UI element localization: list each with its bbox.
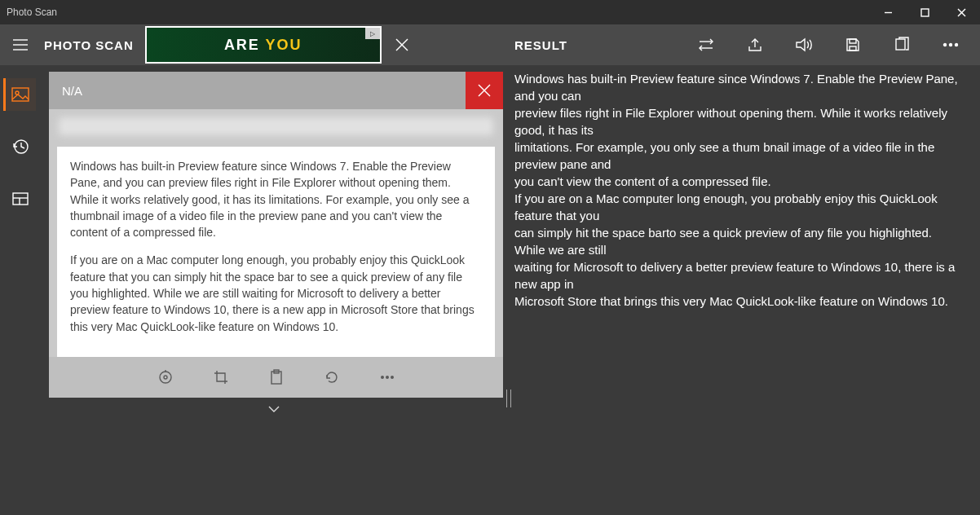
chevron-down-icon[interactable] — [267, 403, 280, 416]
history-icon[interactable] — [4, 130, 37, 163]
ad-close-button[interactable] — [386, 29, 417, 60]
preview-body: Windows has built-in Preview feature sin… — [49, 109, 503, 357]
window-minimize-button[interactable] — [870, 0, 907, 24]
action-toolbar — [693, 24, 973, 65]
svg-point-16 — [950, 44, 952, 46]
ad-indicator-icon: ▷ — [365, 28, 380, 39]
svg-rect-14 — [896, 39, 905, 50]
svg-point-31 — [381, 376, 383, 379]
more-icon[interactable] — [374, 364, 400, 390]
copy-icon[interactable] — [889, 32, 915, 58]
svg-rect-13 — [850, 46, 856, 51]
svg-point-17 — [956, 44, 958, 46]
svg-point-26 — [160, 372, 171, 383]
window-close-button[interactable] — [943, 0, 980, 24]
svg-rect-21 — [13, 193, 28, 205]
svg-rect-12 — [850, 39, 856, 43]
speaker-icon[interactable] — [791, 32, 817, 58]
more-icon[interactable] — [938, 32, 964, 58]
rotate-icon[interactable] — [319, 364, 345, 390]
result-text[interactable]: Windows has built-in Preview feature sin… — [514, 70, 973, 508]
app-title: PHOTO SCAN — [44, 38, 134, 52]
svg-point-27 — [164, 376, 167, 379]
svg-rect-18 — [12, 88, 29, 101]
svg-rect-1 — [921, 9, 929, 16]
window-titlebar: Photo Scan — [0, 0, 980, 24]
left-nav — [0, 65, 41, 215]
preview-header: N/A — [49, 72, 503, 109]
svg-point-19 — [15, 91, 19, 95]
share-icon[interactable] — [742, 32, 768, 58]
preview-close-button[interactable] — [466, 72, 503, 109]
document-paragraph: If you are on a Mac computer long enough… — [70, 252, 482, 334]
preview-toolbar — [49, 357, 503, 398]
svg-marker-11 — [797, 39, 805, 51]
crop-icon[interactable] — [208, 364, 234, 390]
layout-icon[interactable] — [4, 183, 37, 215]
image-icon[interactable] — [3, 78, 36, 111]
blurred-content — [59, 117, 493, 135]
result-heading: RESULT — [514, 24, 567, 65]
svg-point-15 — [944, 44, 947, 46]
window-title: Photo Scan — [7, 7, 57, 18]
svg-point-33 — [391, 376, 393, 379]
preview-title: N/A — [62, 84, 82, 98]
paste-icon[interactable] — [263, 364, 289, 390]
pane-divider-handle[interactable] — [506, 390, 511, 407]
svg-point-32 — [386, 376, 388, 379]
save-icon[interactable] — [840, 32, 866, 58]
preview-panel: N/A Windows has built-in Preview feature… — [49, 72, 503, 398]
menu-button[interactable] — [0, 24, 41, 65]
scan-icon[interactable] — [152, 364, 179, 390]
ad-banner[interactable]: ARE YOU ▷ — [145, 26, 382, 64]
document-content: Windows has built-in Preview feature sin… — [57, 147, 495, 357]
app-topbar: PHOTO SCAN ARE YOU ▷ RESULT — [0, 24, 980, 65]
window-maximize-button[interactable] — [907, 0, 943, 24]
swap-icon[interactable] — [693, 32, 719, 58]
document-paragraph: Windows has built-in Preview feature sin… — [70, 158, 482, 240]
